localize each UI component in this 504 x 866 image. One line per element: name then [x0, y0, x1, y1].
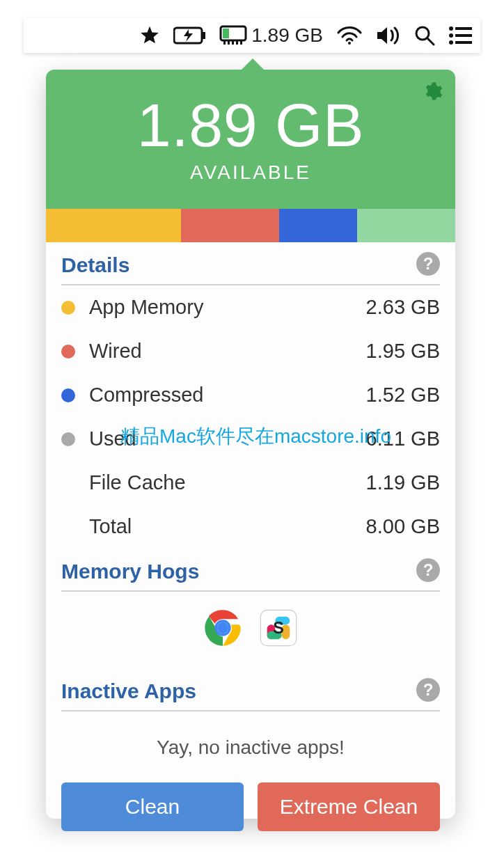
color-dot [61, 520, 75, 534]
hog-app-slack[interactable]: S [259, 608, 298, 647]
inactive-apps-section: Inactive Apps ? Yay, no inactive apps! C… [61, 668, 440, 838]
popover-arrow [241, 58, 265, 70]
svg-rect-1 [203, 32, 205, 39]
details-help-button[interactable]: ? [416, 252, 440, 276]
available-memory-value: 1.89 GB [137, 95, 364, 156]
svg-point-9 [348, 42, 351, 45]
svg-point-14 [449, 33, 453, 38]
detail-value: 6.11 GB [366, 427, 440, 450]
hogs-help-button[interactable]: ? [416, 558, 440, 582]
svg-rect-7 [236, 40, 238, 45]
volume-icon[interactable] [376, 25, 401, 46]
battery-charging-icon[interactable] [173, 26, 207, 45]
svg-text:S: S [273, 619, 284, 637]
svg-line-11 [427, 38, 434, 45]
inactive-help-button[interactable]: ? [416, 678, 440, 702]
svg-rect-8 [240, 40, 242, 45]
wifi-icon[interactable] [336, 25, 363, 46]
usage-segment [181, 209, 279, 242]
detail-value: 1.52 GB [366, 384, 440, 407]
memory-panel: 1.89 GB AVAILABLE Details ? App Memory2.… [46, 70, 455, 819]
detail-row: File Cache1.19 GB [61, 461, 440, 505]
detail-value: 2.63 GB [366, 296, 440, 319]
svg-point-16 [449, 40, 453, 45]
detail-label: File Cache [89, 471, 366, 494]
svg-rect-13 [455, 27, 472, 30]
detail-row: Used6.11 GB [61, 417, 440, 461]
memory-hogs-section: Memory Hogs ? [61, 549, 440, 668]
hogs-title: Memory Hogs [61, 549, 440, 592]
color-dot [61, 432, 75, 446]
detail-label: Wired [89, 340, 366, 363]
available-label: AVAILABLE [190, 162, 311, 184]
spotlight-search-icon[interactable] [414, 24, 436, 47]
color-dot [61, 388, 75, 402]
panel-header: 1.89 GB AVAILABLE [46, 70, 455, 209]
svg-rect-5 [228, 40, 230, 45]
detail-label: App Memory [89, 296, 366, 319]
memory-value: 1.89 GB [251, 24, 323, 47]
hog-app-chrome[interactable] [203, 608, 242, 647]
color-dot [61, 301, 75, 315]
svg-rect-6 [232, 40, 234, 45]
usage-segment [279, 209, 357, 242]
memory-menu-item[interactable]: 1.89 GB [219, 24, 323, 47]
svg-rect-4 [223, 40, 226, 45]
detail-value: 1.19 GB [366, 471, 440, 494]
detail-label: Total [89, 515, 366, 538]
menu-bar: 1.89 GB [24, 18, 480, 53]
usage-segment [46, 209, 181, 242]
svg-point-12 [449, 26, 453, 31]
detail-row: Compressed1.52 GB [61, 373, 440, 417]
clean-button[interactable]: Clean [61, 782, 244, 831]
detail-label: Used [89, 427, 366, 450]
settings-button[interactable] [422, 81, 443, 104]
svg-rect-15 [455, 34, 472, 37]
detail-label: Compressed [89, 384, 366, 407]
usage-segment [357, 209, 455, 242]
details-section: Details ? App Memory2.63 GBWired1.95 GBC… [61, 242, 440, 549]
svg-rect-17 [455, 41, 472, 44]
details-title: Details [61, 242, 440, 285]
detail-row: Wired1.95 GB [61, 329, 440, 373]
extreme-clean-button[interactable]: Extreme Clean [258, 782, 440, 831]
inactive-message: Yay, no inactive apps! [61, 711, 440, 782]
color-dot [61, 345, 75, 359]
svg-point-21 [217, 622, 228, 633]
svg-rect-3 [223, 29, 229, 38]
usage-bar [46, 209, 455, 242]
control-center-list-icon[interactable] [448, 26, 473, 45]
detail-row: Total8.00 GB [61, 505, 440, 549]
detail-row: App Memory2.63 GB [61, 285, 440, 329]
color-dot [61, 476, 75, 490]
detail-value: 8.00 GB [366, 515, 440, 538]
inactive-title: Inactive Apps [61, 668, 440, 711]
star-icon[interactable] [139, 24, 161, 47]
detail-value: 1.95 GB [366, 340, 440, 363]
